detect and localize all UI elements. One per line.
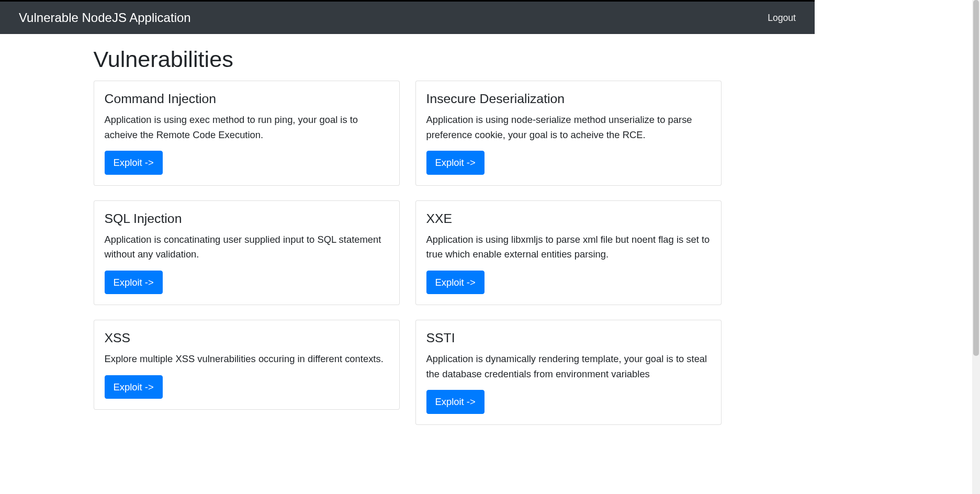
card-insecure-deserialization: Insecure Deserialization Application is … xyxy=(415,81,722,186)
main-container: Vulnerabilities Command Injection Applic… xyxy=(86,47,729,440)
logout-link[interactable]: Logout xyxy=(768,13,796,24)
exploit-button[interactable]: Exploit -> xyxy=(426,151,485,175)
card-ssti: SSTI Application is dynamically renderin… xyxy=(415,320,722,425)
cards-grid: Command Injection Application is using e… xyxy=(86,81,729,440)
card-title: XSS xyxy=(105,331,389,345)
card-text: Application is using node-serialize meth… xyxy=(426,113,711,142)
card-text: Application is using libxmljs to parse x… xyxy=(426,232,711,262)
navbar: Vulnerable NodeJS Application Logout xyxy=(0,2,815,34)
exploit-button[interactable]: Exploit -> xyxy=(426,271,485,295)
exploit-button[interactable]: Exploit -> xyxy=(426,390,485,414)
card-xss: XSS Explore multiple XSS vulnerabilities… xyxy=(94,320,400,410)
page-title: Vulnerabilities xyxy=(94,47,722,72)
card-sql-injection: SQL Injection Application is concatinati… xyxy=(94,200,400,306)
card-title: XXE xyxy=(426,211,711,226)
card-title: SQL Injection xyxy=(105,211,389,226)
exploit-button[interactable]: Exploit -> xyxy=(105,151,163,175)
card-title: Command Injection xyxy=(105,92,389,106)
card-command-injection: Command Injection Application is using e… xyxy=(94,81,400,186)
exploit-button[interactable]: Exploit -> xyxy=(105,375,163,399)
card-title: Insecure Deserialization xyxy=(426,92,711,106)
exploit-button[interactable]: Exploit -> xyxy=(105,271,163,295)
card-text: Application is using exec method to run … xyxy=(105,113,389,142)
card-text: Application is concatinating user suppli… xyxy=(105,232,389,262)
card-title: SSTI xyxy=(426,331,711,345)
card-xxe: XXE Application is using libxmljs to par… xyxy=(415,200,722,306)
navbar-brand[interactable]: Vulnerable NodeJS Application xyxy=(19,8,191,28)
card-text: Explore multiple XSS vulnerabilities occ… xyxy=(105,352,389,367)
card-text: Application is dynamically rendering tem… xyxy=(426,352,711,381)
